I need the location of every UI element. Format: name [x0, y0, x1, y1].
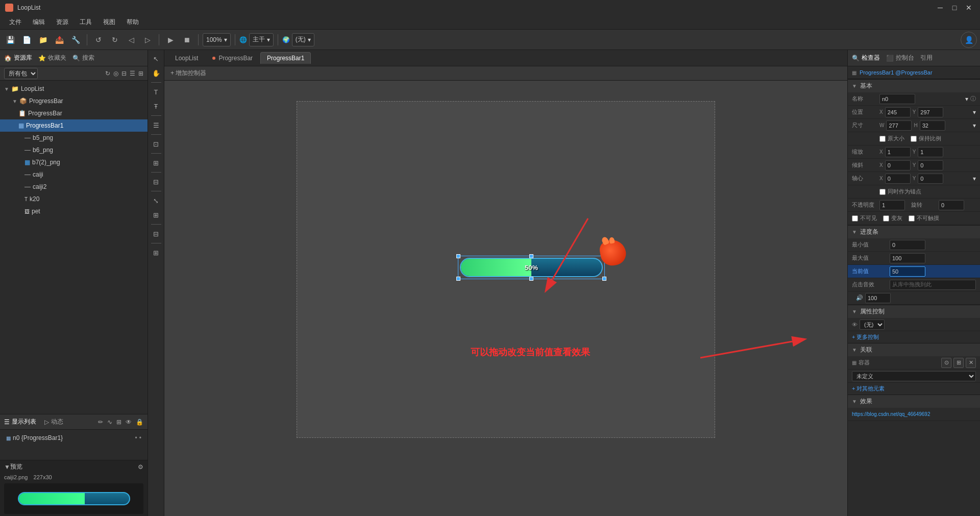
size-w-input[interactable]	[886, 120, 912, 131]
other-elements[interactable]: + 对其他元素	[848, 383, 980, 395]
edit-layer-icon[interactable]: ✏	[98, 419, 103, 426]
click-sound-drop[interactable]: 从库中拖拽到此	[890, 280, 976, 290]
tab-assets[interactable]: 🏠 资源库	[4, 54, 32, 62]
pos-expand-icon[interactable]: ▾	[973, 109, 976, 116]
menu-file[interactable]: 文件	[4, 17, 27, 28]
settings-icon[interactable]: ⊞	[138, 70, 143, 77]
size-h-input[interactable]	[920, 120, 945, 131]
effect-url[interactable]: https://blog.csdn.net/qq_46649692	[852, 411, 930, 417]
container-close-btn[interactable]: ✕	[966, 358, 976, 368]
select-tool-btn[interactable]: ↖	[150, 52, 163, 65]
curve-icon[interactable]: ∿	[107, 419, 112, 426]
search-area[interactable]: 🔍 搜索	[72, 54, 94, 62]
min-input[interactable]	[890, 240, 925, 250]
minimize-button[interactable]: ─	[934, 2, 946, 14]
tree-b5[interactable]: — b5_png	[0, 132, 148, 144]
skew-x-input[interactable]	[885, 160, 911, 170]
menu-tools[interactable]: 工具	[75, 17, 97, 28]
invisible-checkbox[interactable]	[852, 215, 858, 222]
eye-icon[interactable]: 👁	[126, 419, 132, 426]
copy-layer-icon[interactable]: ⊞	[116, 419, 121, 426]
tree-progressbar-file[interactable]: 📋 ProgressBar	[0, 107, 148, 119]
grid-icon[interactable]: ⊟	[121, 70, 127, 77]
opacity-input[interactable]	[879, 200, 905, 210]
branch-dropdown[interactable]: 主干 ▾	[249, 33, 274, 46]
tab-progressbar1[interactable]: ProgressBar1	[260, 52, 311, 64]
user-btn[interactable]: 👤	[961, 32, 977, 48]
tree-progressbar1[interactable]: ▦ ProgressBar1	[0, 119, 148, 132]
text2-tool-btn[interactable]: Ŧ	[150, 100, 163, 113]
component-btn[interactable]: ⊞	[150, 156, 163, 169]
skew-y-input[interactable]	[918, 160, 943, 170]
notouch-checkbox[interactable]	[909, 215, 915, 222]
fit-btn[interactable]: ⊟	[150, 227, 163, 240]
maximize-button[interactable]: □	[948, 2, 961, 14]
tab-animation[interactable]: ▷ 动态	[44, 417, 63, 426]
pivot-x-input[interactable]	[885, 174, 911, 184]
group-btn[interactable]: ⊞	[150, 208, 163, 222]
grid-tool-btn[interactable]: ⊞	[150, 246, 163, 259]
asset-type-select[interactable]: 所有包	[4, 68, 38, 79]
section-progress[interactable]: ▼ 进度条	[848, 225, 980, 238]
tab-favorites[interactable]: ⭐ 收藏夹	[38, 54, 66, 62]
tb-play-btn[interactable]: ▶	[163, 33, 178, 47]
progress-bar-selected[interactable]: 50%	[460, 258, 603, 277]
transform-btn[interactable]: ⤡	[150, 194, 163, 207]
tb-undo-btn[interactable]: ↺	[91, 33, 106, 47]
visibility-select[interactable]: (无)	[860, 320, 885, 330]
name-expand-icon[interactable]: ▾	[965, 95, 968, 103]
pos-y-input[interactable]	[918, 107, 943, 117]
tab-looplist[interactable]: LoopList	[168, 52, 205, 64]
current-input[interactable]	[890, 266, 925, 277]
text-tool-btn[interactable]: T	[150, 85, 163, 99]
container-select[interactable]: 未定义	[852, 371, 976, 381]
tree-looplist[interactable]: ▼ 📁 LoopList	[0, 83, 148, 95]
tree-progressbar[interactable]: ▼ 📦 ProgressBar	[0, 95, 148, 107]
preview-settings-icon[interactable]: ⚙	[138, 463, 143, 471]
tree-k20[interactable]: T k20	[0, 193, 148, 205]
list-icon[interactable]: ☰	[130, 70, 135, 77]
tb-open-btn[interactable]: 📁	[36, 33, 50, 47]
anchor-checkbox[interactable]	[879, 189, 886, 195]
zoom-dropdown[interactable]: 100% ▾	[203, 33, 231, 46]
scale-y-input[interactable]	[918, 147, 943, 157]
align-btn[interactable]: ⊟	[150, 175, 163, 188]
pivot-expand-icon[interactable]: ▾	[973, 175, 976, 182]
section-relation[interactable]: ▼ 关联	[848, 343, 980, 356]
rotation-input[interactable]	[939, 200, 964, 210]
tab-display-list[interactable]: ☰ 显示列表	[4, 417, 36, 426]
tb-arrow2-btn[interactable]: ▷	[140, 33, 155, 47]
list-tool-btn[interactable]: ☰	[150, 118, 163, 132]
pos-x-input[interactable]	[885, 107, 911, 117]
canvas-breadcrumb[interactable]: + 增加控制器	[164, 66, 847, 81]
name-input[interactable]	[879, 94, 915, 104]
network-dropdown[interactable]: (无) ▾	[292, 33, 314, 46]
section-property-control[interactable]: ▼ 属性控制	[848, 305, 980, 318]
lock-icon[interactable]: 🔒	[136, 419, 143, 426]
title-controls[interactable]: ─ □ ✕	[934, 2, 975, 14]
tb-arrow-btn[interactable]: ◁	[124, 33, 138, 47]
max-input[interactable]	[890, 253, 925, 263]
container-expand-btn[interactable]: ⊞	[953, 358, 964, 368]
section-basic[interactable]: ▼ 基本	[848, 79, 980, 92]
tab-console[interactable]: ⬛ 控制台	[886, 54, 914, 62]
size-expand-icon[interactable]: ▾	[973, 122, 976, 129]
scale-x-input[interactable]	[885, 147, 911, 157]
tree-b7[interactable]: ▦ b7(2)_png	[0, 156, 148, 168]
menu-edit[interactable]: 编辑	[28, 17, 50, 28]
crop-tool-btn[interactable]: ⊡	[150, 137, 163, 151]
tab-reference[interactable]: 引用	[920, 54, 933, 62]
tab-progressbar[interactable]: ProgressBar	[206, 52, 259, 64]
pivot-y-input[interactable]	[918, 174, 943, 184]
tb-new-btn[interactable]: 📄	[19, 33, 34, 47]
name-info-icon[interactable]: ⓘ	[970, 95, 976, 103]
hand-tool-btn[interactable]: ✋	[150, 66, 163, 80]
tree-caiji2[interactable]: — caiji2	[0, 181, 148, 193]
container-locate-btn[interactable]: ⊙	[941, 358, 951, 368]
tab-inspector[interactable]: 🔍 检查器	[852, 54, 880, 62]
tb-btn5[interactable]: 🔧	[68, 33, 83, 47]
tb-export-btn[interactable]: 📤	[52, 33, 66, 47]
tree-pet[interactable]: 🖼 pet	[0, 205, 148, 217]
gray-checkbox[interactable]	[883, 215, 889, 222]
menu-assets[interactable]: 资源	[51, 17, 74, 28]
